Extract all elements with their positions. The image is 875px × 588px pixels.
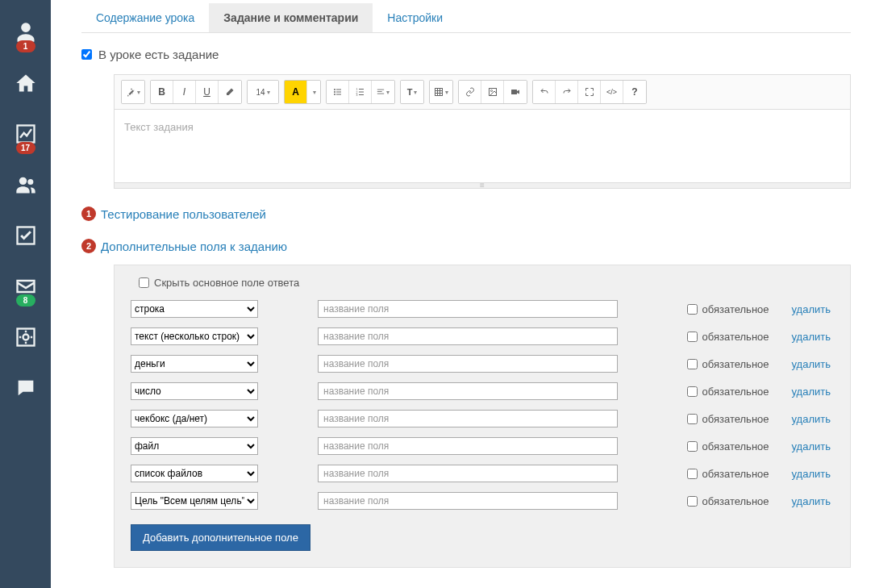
field-row: числообязательноеудалить (131, 382, 834, 400)
sidebar-check[interactable] (0, 210, 51, 261)
svg-rect-17 (359, 94, 364, 95)
ul-icon[interactable] (327, 81, 349, 103)
field-delete-link[interactable]: удалить (792, 303, 831, 315)
ol-icon[interactable]: 123 (349, 81, 372, 103)
table-icon[interactable] (430, 81, 452, 103)
sidebar-settings[interactable] (0, 311, 51, 362)
field-name-input[interactable] (318, 327, 618, 345)
field-delete-link[interactable]: удалить (792, 386, 831, 398)
number-badge: 1 (81, 206, 96, 221)
field-required-label: обязательное (687, 386, 769, 398)
editor: B I U 14 A 123 (114, 74, 851, 183)
svg-point-6 (334, 89, 335, 90)
field-type-select[interactable]: число (131, 382, 258, 400)
text-color-caret-icon[interactable] (307, 81, 320, 103)
field-required-checkbox[interactable] (687, 304, 698, 315)
field-delete-link[interactable]: удалить (792, 468, 831, 480)
hide-main-checkbox[interactable] (139, 277, 149, 288)
add-field-button[interactable]: Добавить дополнительное поле (131, 524, 310, 551)
field-name-input[interactable] (318, 410, 618, 427)
section-link[interactable]: Дополнительные поля к заданию (101, 240, 287, 253)
svg-point-27 (490, 90, 492, 92)
field-name-input[interactable] (318, 355, 618, 373)
svg-rect-18 (377, 90, 384, 90)
tab-задание-и-комментарии[interactable]: Задание и комментарии (209, 3, 373, 32)
field-type-select[interactable]: текст (несколько строк) (131, 327, 258, 345)
section-link-row: 1Тестирование пользователей (81, 206, 851, 221)
field-type-select[interactable]: чекбокс (да/нет) (131, 410, 258, 427)
field-name-input[interactable] (318, 437, 618, 455)
svg-point-5 (23, 334, 28, 340)
field-type-select[interactable]: файл (131, 437, 258, 455)
tab-содержание-урока[interactable]: Содержание урока (81, 3, 209, 32)
field-required-checkbox[interactable] (687, 469, 698, 479)
text-color-icon[interactable]: A (285, 81, 307, 103)
field-row: деньгиобязательноеудалить (131, 355, 834, 373)
field-delete-link[interactable]: удалить (792, 331, 831, 343)
svg-rect-7 (336, 90, 341, 90)
svg-rect-20 (377, 94, 384, 94)
field-required-label: обязательное (687, 440, 769, 452)
eraser-icon[interactable] (219, 81, 241, 103)
svg-rect-11 (336, 94, 341, 95)
sidebar-chat[interactable] (0, 362, 51, 413)
field-required-checkbox[interactable] (687, 496, 698, 507)
italic-icon[interactable]: I (173, 81, 196, 103)
code-icon[interactable]: </> (601, 81, 623, 103)
additional-fields-panel: Скрыть основное поле ответа строкаобязат… (114, 265, 851, 568)
field-required-label: обязательное (687, 468, 769, 480)
tab-настройки[interactable]: Настройки (373, 3, 457, 32)
editor-resize-handle[interactable] (114, 183, 851, 189)
align-icon[interactable] (372, 81, 394, 103)
field-row: строкаобязательноеудалить (131, 300, 834, 318)
field-row: список файловобязательноеудалить (131, 465, 834, 482)
link-icon[interactable] (459, 81, 481, 103)
field-required-label: обязательное (687, 495, 769, 507)
sidebar-home[interactable] (0, 57, 51, 108)
field-name-input[interactable] (318, 300, 618, 318)
field-required-checkbox[interactable] (687, 386, 698, 397)
field-name-input[interactable] (318, 382, 618, 400)
field-type-select[interactable]: список файлов (131, 465, 258, 482)
sidebar: 1178 (0, 0, 51, 588)
field-required-checkbox[interactable] (687, 414, 698, 424)
field-delete-link[interactable]: удалить (792, 495, 831, 507)
svg-point-1 (19, 177, 26, 184)
lesson-has-task-checkbox[interactable] (81, 49, 92, 60)
field-required-checkbox[interactable] (687, 359, 698, 369)
sidebar-users[interactable] (0, 159, 51, 210)
field-name-input[interactable] (318, 465, 618, 482)
fullscreen-icon[interactable] (578, 81, 601, 103)
paragraph-icon[interactable]: T (401, 81, 423, 103)
video-icon[interactable] (504, 81, 527, 103)
sidebar-mail[interactable]: 8 (0, 261, 51, 311)
field-required-checkbox[interactable] (687, 441, 698, 452)
sidebar-chart[interactable]: 17 (0, 108, 51, 159)
bold-icon[interactable]: B (151, 81, 173, 103)
field-row: файлобязательноеудалить (131, 437, 834, 455)
underline-icon[interactable]: U (196, 81, 219, 103)
help-icon[interactable]: ? (623, 81, 646, 103)
image-icon[interactable] (481, 81, 504, 103)
undo-icon[interactable] (533, 81, 556, 103)
field-type-select[interactable]: деньги (131, 355, 258, 373)
field-type-select[interactable]: Цель "Всем целям цель" (131, 492, 258, 510)
sidebar-profile[interactable]: 1 (0, 6, 51, 57)
magic-icon[interactable] (122, 81, 144, 103)
editor-toolbar: B I U 14 A 123 (115, 75, 850, 110)
svg-text:3: 3 (356, 94, 357, 97)
section-link[interactable]: Тестирование пользователей (101, 207, 266, 221)
field-type-select[interactable]: строка (131, 300, 258, 318)
editor-textarea[interactable]: Текст задания (115, 110, 850, 182)
sidebar-badge: 17 (16, 142, 35, 154)
field-required-checkbox[interactable] (687, 332, 698, 342)
field-name-input[interactable] (318, 492, 618, 510)
field-delete-link[interactable]: удалить (792, 440, 831, 452)
field-delete-link[interactable]: удалить (792, 358, 831, 370)
tabs: Содержание урокаЗадание и комментарииНас… (81, 3, 851, 33)
sidebar-badge: 8 (16, 294, 35, 307)
field-delete-link[interactable]: удалить (792, 413, 831, 425)
redo-icon[interactable] (556, 81, 578, 103)
svg-rect-9 (336, 92, 341, 93)
fontsize-button[interactable]: 14 (248, 81, 278, 103)
